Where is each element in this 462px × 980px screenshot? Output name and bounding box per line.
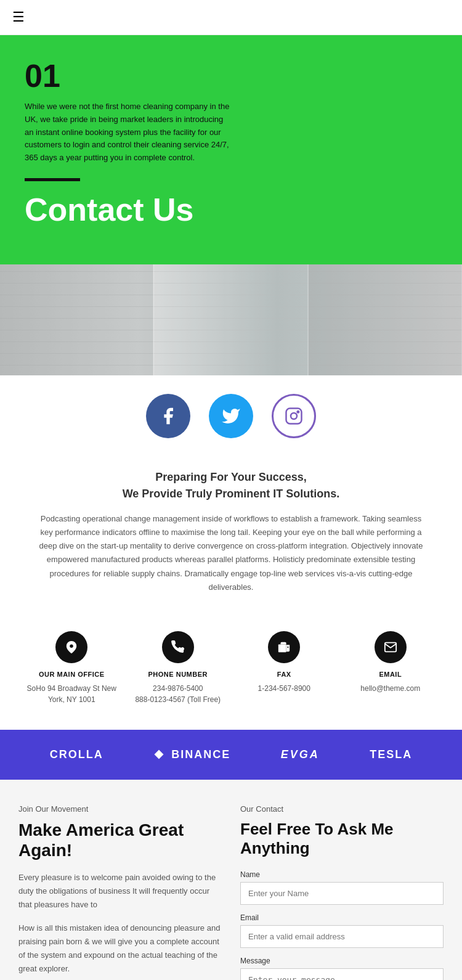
tagline-line1: Preparing For Your Success, We Provide T… (37, 469, 425, 502)
svg-rect-0 (286, 409, 302, 424)
header: ☰ (0, 0, 462, 35)
bottom-section: Join Our Movement Make America Great Aga… (0, 780, 462, 980)
fax-icon (268, 631, 300, 663)
svg-rect-4 (278, 644, 286, 652)
social-icons-section (0, 375, 462, 451)
hero-section: 01 While we were not the first home clea… (0, 35, 462, 264)
join-text-1: Every pleasure is to welcome pain avoide… (18, 871, 222, 912)
office-value: SoHo 94 Broadway St New York, NY 1001 (18, 683, 125, 705)
hero-divider (25, 178, 80, 181)
phone-icon (162, 631, 194, 663)
bottom-right: Our Contact Feel Free To Ask Me Anything… (240, 804, 444, 980)
contact-office: OUR MAIN OFFICE SoHo 94 Broadway St New … (18, 631, 125, 705)
bottom-left: Join Our Movement Make America Great Aga… (18, 804, 222, 980)
instagram-icon[interactable] (272, 394, 316, 438)
twitter-icon[interactable] (209, 394, 253, 438)
our-contact-title: Feel Free To Ask Me Anything (240, 820, 444, 858)
hero-number: 01 (25, 60, 437, 92)
phone-value: 234-9876-5400888-0123-4567 (Toll Free) (135, 683, 221, 705)
partner-tesla: TESLA (370, 748, 412, 761)
svg-rect-6 (288, 647, 289, 648)
facebook-icon[interactable] (146, 394, 190, 438)
contact-info-section: OUR MAIN OFFICE SoHo 94 Broadway St New … (0, 606, 462, 730)
tagline-body: Podcasting operational change management… (37, 512, 425, 594)
join-text-2: How is all this mistaken idea of denounc… (18, 921, 222, 976)
join-label: Join Our Movement (18, 804, 222, 814)
partner-binance: BINANCE (153, 748, 230, 761)
email-form-label: Email (240, 913, 444, 922)
message-textarea[interactable] (240, 968, 444, 980)
contact-email: EMAIL hello@theme.com (338, 631, 444, 705)
office-label: OUR MAIN OFFICE (39, 671, 105, 678)
name-form-group: Name (240, 870, 444, 905)
svg-point-3 (70, 644, 74, 648)
join-title: Make America Great Again! (18, 820, 222, 861)
office-location-icon (55, 631, 87, 663)
partner-evga: EVGA (281, 748, 320, 761)
partners-section: CROLLA BINANCE EVGA TESLA (0, 730, 462, 780)
svg-point-1 (291, 413, 297, 419)
partner-crolla: CROLLA (50, 748, 103, 761)
svg-marker-7 (155, 750, 164, 759)
message-label: Message (240, 957, 444, 965)
fax-value: 1-234-567-8900 (258, 683, 310, 694)
name-input[interactable] (240, 882, 444, 905)
tagline-section: Preparing For Your Success, We Provide T… (0, 451, 462, 606)
hamburger-menu-icon[interactable]: ☰ (12, 9, 25, 25)
message-form-group: Message (240, 957, 444, 980)
our-contact-label: Our Contact (240, 804, 444, 814)
name-label: Name (240, 870, 444, 879)
hero-description: While we were not the first home cleanin… (25, 100, 234, 165)
hero-title: Contact Us (25, 192, 437, 227)
phone-label: PHONE NUMBER (148, 671, 208, 678)
fax-label: FAX (277, 671, 291, 678)
email-icon (375, 631, 407, 663)
svg-point-2 (298, 411, 299, 413)
contact-phone: PHONE NUMBER 234-9876-5400888-0123-4567 … (125, 631, 232, 705)
email-form-group: Email (240, 913, 444, 948)
email-value: hello@theme.com (360, 683, 420, 694)
email-label: EMAIL (379, 671, 402, 678)
contact-fax: FAX 1-234-567-8900 (231, 631, 338, 705)
email-input[interactable] (240, 925, 444, 948)
